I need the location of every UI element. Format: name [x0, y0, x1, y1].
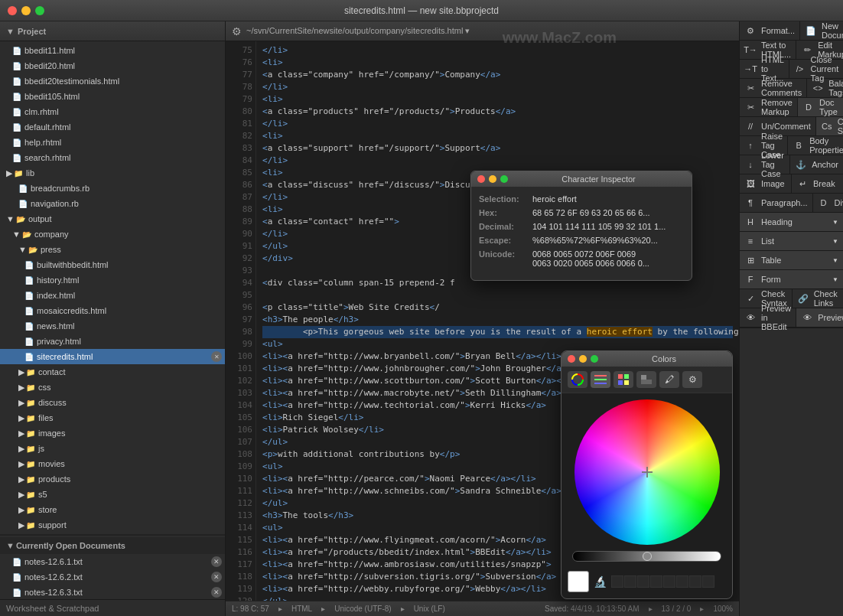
sidebar-item-movies[interactable]: ▶ 📁 movies — [0, 456, 225, 471]
sidebar-item-news[interactable]: 📄 news.html — [0, 318, 225, 334]
break-button[interactable]: ↵ Break — [792, 174, 843, 193]
paragraph-button[interactable]: ¶ Paragraph... — [740, 194, 813, 212]
image-button[interactable]: 🖼 Image — [740, 174, 792, 193]
sidebar-item-files[interactable]: ▶ 📁 files — [0, 410, 225, 425]
sidebar-item-lib[interactable]: ▶ 📁 lib — [0, 165, 225, 181]
swatch-cell[interactable] — [676, 575, 688, 588]
table-dropdown[interactable]: ⊞ Table ▼ — [740, 251, 843, 269]
anchor-button[interactable]: ⚓ Anchor — [790, 155, 843, 174]
maximize-button[interactable] — [35, 6, 44, 15]
sidebar-item-builtwithbbedit[interactable]: 📄 builtwithbbedit.html — [0, 257, 225, 272]
sidebar-item-bbedit11[interactable]: 📄 bbedit11.html — [0, 43, 225, 58]
heading-dropdown[interactable]: H Heading ▼ — [740, 213, 843, 231]
color-sliders-btn[interactable] — [591, 371, 610, 388]
list-dropdown[interactable]: ≡ List ▼ — [740, 232, 843, 250]
char-inspector-close[interactable] — [477, 175, 485, 183]
colors-close[interactable] — [568, 355, 575, 363]
sidebar-item-navigation[interactable]: 📄 navigation.rb — [0, 196, 225, 211]
sidebar-item-clm[interactable]: 📄 clm.rhtml — [0, 104, 225, 119]
sidebar-item-breadcrumbs[interactable]: 📄 breadcrumbs.rb — [0, 181, 225, 196]
close-current-tag-button[interactable]: /> Close Current Tag — [789, 60, 843, 78]
sidebar-item-index[interactable]: 📄 index.html — [0, 288, 225, 303]
swatch-cell[interactable] — [663, 575, 675, 588]
swatch-cell[interactable] — [611, 575, 623, 588]
close-button[interactable] — [8, 6, 17, 15]
sidebar-item-discuss[interactable]: ▶ 📁 discuss — [0, 395, 225, 410]
sidebar-item-history[interactable]: 📄 history.html — [0, 272, 225, 288]
sidebar-item-company[interactable]: ▼ 📂 company — [0, 227, 225, 242]
remove-comments-button[interactable]: ✂ Remove Comments — [740, 79, 807, 97]
body-properties-button[interactable]: B Body Properties... — [788, 136, 843, 155]
colors-min[interactable] — [579, 355, 587, 363]
sidebar-item-mosaiccredits[interactable]: 📄 mosaiccredits.html — [0, 303, 225, 318]
colors-max[interactable] — [591, 355, 598, 363]
sidebar-tree[interactable]: 📄 bbedit11.html 📄 bbedit20.html 📄 bbedit… — [0, 41, 225, 599]
char-decimal-label: Decimal: — [479, 222, 532, 231]
sidebar-item-support[interactable]: ▶ 📁 support — [0, 517, 225, 533]
folder-icon: 📁 — [14, 169, 23, 178]
remove-selected-icon[interactable]: ✕ — [211, 351, 222, 362]
color-wheel-gradient[interactable] — [574, 399, 720, 545]
preview-dropdown[interactable]: 👁 Preview ▼ — [796, 308, 843, 327]
sidebar-item-sitecredits[interactable]: 📄 sitecredits.html ✕ — [0, 349, 225, 364]
sidebar-item-help[interactable]: 📄 help.rhtml — [0, 135, 225, 150]
code-line: <h3>The people</h3> — [262, 314, 733, 326]
form-dropdown[interactable]: F Form ▼ — [740, 270, 843, 288]
brightness-slider-thumb[interactable] — [643, 552, 652, 561]
color-crosshair — [642, 467, 653, 477]
char-inspector-max[interactable] — [500, 175, 508, 183]
character-set-dropdown[interactable]: Cs Character Set ▼ — [816, 117, 843, 135]
selected-color-swatch[interactable] — [568, 571, 589, 592]
swatch-cell[interactable] — [624, 575, 636, 588]
sidebar-item-press[interactable]: ▼ 📂 press — [0, 242, 225, 257]
format-button[interactable]: ⚙ Format... — [740, 21, 800, 40]
minimize-button[interactable] — [21, 6, 31, 15]
sidebar-item-contact[interactable]: ▶ 📁 contact — [0, 364, 225, 380]
sidebar-item-js[interactable]: ▶ 📁 js — [0, 441, 225, 456]
sidebar-item-privacy[interactable]: 📄 privacy.html — [0, 334, 225, 349]
sidebar-item-notes1262[interactable]: 📄 notes-12.6.2.txt ✕ — [0, 569, 225, 585]
sidebar-item-notes1261[interactable]: 📄 notes-12.6.1.txt ✕ — [0, 554, 225, 569]
sidebar-item-default[interactable]: 📄 default.rhtml — [0, 119, 225, 135]
traffic-lights[interactable] — [8, 6, 44, 15]
sidebar-triangle-icon: ▼ — [6, 27, 15, 36]
swatch-cell[interactable] — [702, 575, 714, 588]
sidebar-item-output[interactable]: ▼ 📂 output — [0, 211, 225, 227]
sidebar-item-products[interactable]: ▶ 📁 products — [0, 471, 225, 487]
remove-file-button[interactable]: ✕ — [211, 556, 222, 567]
swatch-cell[interactable] — [689, 575, 701, 588]
sidebar-item-bbedit105[interactable]: 📄 bbedit105.html — [0, 89, 225, 104]
sidebar-item-notes1263[interactable]: 📄 notes-12.6.3.txt ✕ — [0, 585, 225, 599]
color-custom-btn[interactable]: ⚙ — [682, 371, 702, 388]
div-button[interactable]: D Div... — [813, 194, 843, 212]
swatch-cell[interactable] — [650, 575, 662, 588]
html-to-text-button[interactable]: →T HTML to Text... — [740, 60, 789, 78]
check-links-button[interactable]: 🔗 Check Links — [793, 289, 843, 308]
color-palettes-btn[interactable] — [614, 371, 633, 388]
color-crayons-btn[interactable]: 🖍 — [659, 371, 679, 388]
brightness-slider[interactable] — [572, 551, 721, 562]
sidebar-item-search[interactable]: 📄 search.rhtml — [0, 150, 225, 165]
settings-icon[interactable]: ⚙ — [232, 25, 242, 37]
sidebar-item-bbedit20t[interactable]: 📄 bbedit20testimonials.html — [0, 73, 225, 89]
doc-type-dropdown[interactable]: D Doc Type ▼ — [798, 98, 843, 116]
sidebar-item-css[interactable]: ▶ 📁 css — [0, 380, 225, 395]
new-document-button[interactable]: 📄 New Document — [800, 21, 843, 40]
sidebar-item-s5[interactable]: ▶ 📁 s5 — [0, 487, 225, 502]
swatch-cell[interactable] — [637, 575, 649, 588]
remove-file-button[interactable]: ✕ — [211, 572, 222, 582]
balance-tags-button[interactable]: <> Balance Tags — [807, 79, 843, 97]
eyedropper-icon[interactable]: 🔬 — [594, 575, 607, 588]
sidebar-item-bbedit20[interactable]: 📄 bbedit20.html — [0, 58, 225, 73]
color-image-palettes-btn[interactable] — [636, 371, 656, 388]
folder-icon: 📁 — [26, 445, 35, 453]
remove-file-button[interactable]: ✕ — [211, 587, 222, 598]
sidebar-item-images[interactable]: ▶ 📁 images — [0, 425, 225, 441]
lower-tag-case-button[interactable]: ↓ Lower Tag Case — [740, 155, 790, 174]
color-wheel[interactable] — [574, 399, 720, 545]
sidebar-item-store[interactable]: ▶ 📁 store — [0, 502, 225, 517]
color-wheel-btn[interactable] — [568, 371, 587, 388]
char-inspector-min[interactable] — [489, 175, 496, 183]
remove-markup-button[interactable]: ✂ Remove Markup — [740, 98, 798, 116]
preview-in-bbedit-button[interactable]: 👁 Preview in BBEdit — [740, 308, 796, 327]
